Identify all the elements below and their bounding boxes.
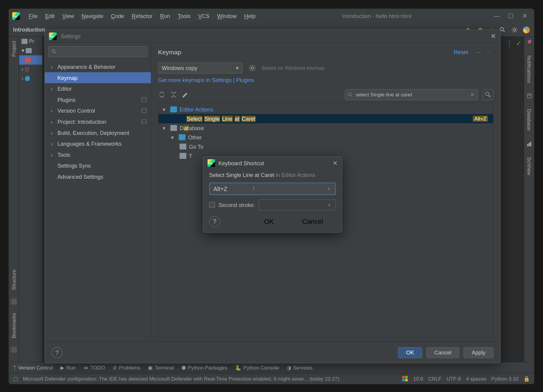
settings-node-appearance[interactable]: ›Appearance & Behavior [45, 61, 151, 72]
clear-search-icon[interactable]: ✕ [469, 92, 475, 98]
settings-node-keymap[interactable]: Keymap [45, 72, 151, 83]
second-stroke-input[interactable]: ＋ [258, 199, 336, 211]
menu-refactor[interactable]: Refactor [128, 11, 156, 21]
menu-window[interactable]: Window [213, 11, 240, 21]
settings-node-plugins[interactable]: Plugins [45, 94, 151, 105]
tree-node-select-single-line[interactable]: Select Single Line at Caret Alt+Z [158, 114, 493, 123]
close-icon[interactable]: ✕ [490, 32, 496, 40]
close-icon[interactable]: ✕ [522, 13, 527, 19]
minimize-icon[interactable]: — [494, 13, 500, 19]
python-console-tool-button[interactable]: 🐍Python Console [235, 365, 279, 371]
status-encoding[interactable]: UTF-8 [447, 376, 461, 382]
main-menu[interactable]: File Edit View Navigate Code Refactor Ru… [25, 11, 259, 21]
settings-node-advanced[interactable]: Advanced Settings [45, 171, 151, 182]
sciview-tool-button[interactable]: SciView [526, 155, 532, 177]
keymap-search-input[interactable]: select Single line at caret ✕ [345, 89, 478, 100]
jetbrains-toolbox-icon[interactable] [523, 26, 530, 33]
inspection-ok-icon[interactable]: ✓ [516, 39, 521, 47]
expand-all-icon[interactable] [158, 91, 166, 98]
project-row[interactable]: Pr [19, 37, 42, 46]
settings-node-tools[interactable]: ›Tools [45, 149, 151, 160]
reset-link[interactable]: Reset [454, 49, 468, 55]
open-tab-name[interactable]: Introduction [13, 27, 45, 33]
settings-node-project[interactable]: ›Project: Introduction [45, 116, 151, 127]
ok-button[interactable]: OK [264, 218, 298, 225]
cancel-button[interactable]: Cancel [426, 347, 459, 358]
status-lock-icon[interactable]: 🔒 [523, 376, 530, 382]
tree-node-editor-actions[interactable]: ▾ Editor Actions [158, 105, 493, 114]
menu-edit[interactable]: Edit [41, 11, 59, 21]
project-row[interactable]: › [19, 74, 42, 83]
add-shortcut-icon[interactable]: ＋ [327, 201, 332, 208]
settings-tree[interactable]: ›Appearance & Behavior Keymap ›Editor Pl… [45, 59, 151, 342]
settings-node-settings-sync[interactable]: Settings Sync [45, 160, 151, 171]
project-tool-button[interactable]: Project [11, 39, 17, 59]
help-button[interactable]: ? [209, 216, 220, 227]
collapse-all-icon[interactable] [170, 91, 177, 98]
notifications-bell-icon[interactable] [526, 39, 532, 45]
keymap-selector[interactable]: Windows copy [158, 62, 243, 74]
settings-node-version-control[interactable]: ›Version Control [45, 105, 151, 116]
menu-run[interactable]: Run [156, 11, 174, 21]
gear-icon[interactable] [249, 64, 256, 72]
settings-node-editor[interactable]: ›Editor [45, 83, 151, 94]
status-line-separator[interactable]: CRLF [428, 376, 441, 382]
notifications-tool-button[interactable]: Notifications [526, 54, 532, 85]
menu-file[interactable]: File [25, 11, 41, 21]
folder-icon [180, 153, 186, 159]
second-stroke-checkbox[interactable] [209, 202, 215, 208]
run-tool-button[interactable]: ▶Run [60, 365, 76, 371]
back-arrow-icon[interactable]: ← [476, 49, 482, 56]
version-control-tool-button[interactable]: ᛘVersion Control [13, 365, 53, 371]
sciview-icon[interactable] [526, 141, 532, 147]
add-shortcut-icon[interactable]: ＋ [326, 185, 332, 193]
forward-arrow-icon[interactable]: → [485, 49, 492, 56]
editor-more-icon[interactable]: ⋮ [506, 39, 513, 47]
project-row[interactable]: ▾ [19, 46, 42, 55]
first-stroke-input[interactable]: Alt+Z I ＋ [209, 182, 336, 195]
settings-gear-icon[interactable] [511, 26, 518, 33]
menu-navigate[interactable]: Navigate [78, 11, 107, 21]
settings-node-languages[interactable]: ›Languages & Frameworks [45, 138, 151, 149]
svg-rect-5 [527, 144, 528, 146]
search-icon [348, 92, 353, 97]
project-row[interactable] [19, 55, 42, 65]
status-message[interactable]: Microsoft Defender configuration: The ID… [23, 376, 339, 382]
terminal-tool-button[interactable]: ▣Terminal [148, 365, 174, 371]
services-tool-button[interactable]: ◑Services [287, 365, 313, 371]
project-row[interactable]: › ||| [19, 65, 42, 74]
find-actions-by-shortcut-button[interactable] [483, 89, 494, 100]
app-logo-icon [12, 12, 20, 20]
menu-help[interactable]: Help [240, 11, 259, 21]
database-tool-button[interactable]: Database [526, 108, 532, 132]
problems-tool-button[interactable]: ⊘Problems [113, 365, 140, 371]
get-more-keymaps-link[interactable]: Get more keymaps in Settings | Plugins [158, 77, 493, 83]
python-packages-tool-button[interactable]: ⬢Python Packages [182, 365, 227, 371]
help-button[interactable]: ? [52, 347, 63, 358]
status-indent[interactable]: 4 spaces [466, 376, 487, 382]
bookmarks-tool-button[interactable]: Bookmarks [11, 311, 17, 340]
status-caret[interactable]: 10:8 [413, 376, 423, 382]
menu-vcs[interactable]: VCS [194, 11, 213, 21]
database-icon[interactable] [526, 93, 532, 99]
tree-node-database[interactable]: ▾ Database [158, 123, 493, 133]
tree-node-goto[interactable]: Go To [158, 142, 493, 151]
apply-button[interactable]: Apply [464, 347, 493, 358]
folder-icon [26, 48, 32, 53]
menu-code[interactable]: Code [107, 11, 128, 21]
ok-button[interactable]: OK [398, 347, 422, 358]
todo-tool-button[interactable]: ≔TODO [83, 365, 105, 371]
cancel-button[interactable]: Cancel [302, 218, 336, 225]
menu-view[interactable]: View [59, 11, 78, 21]
status-tool-window-icon[interactable]: ▢ [13, 376, 18, 382]
edit-pencil-icon[interactable] [182, 91, 189, 98]
settings-search-input[interactable] [48, 46, 147, 57]
maximize-icon[interactable]: ☐ [508, 13, 514, 19]
svg-point-3 [529, 40, 531, 41]
status-interpreter[interactable]: Python 3.10 [491, 376, 518, 382]
menu-tools[interactable]: Tools [174, 11, 194, 21]
close-icon[interactable]: ✕ [333, 160, 338, 166]
structure-tool-button[interactable]: Structure [11, 268, 17, 292]
settings-node-build[interactable]: ›Build, Execution, Deployment [45, 127, 151, 138]
tree-node-other[interactable]: ▾ Other [158, 132, 493, 142]
